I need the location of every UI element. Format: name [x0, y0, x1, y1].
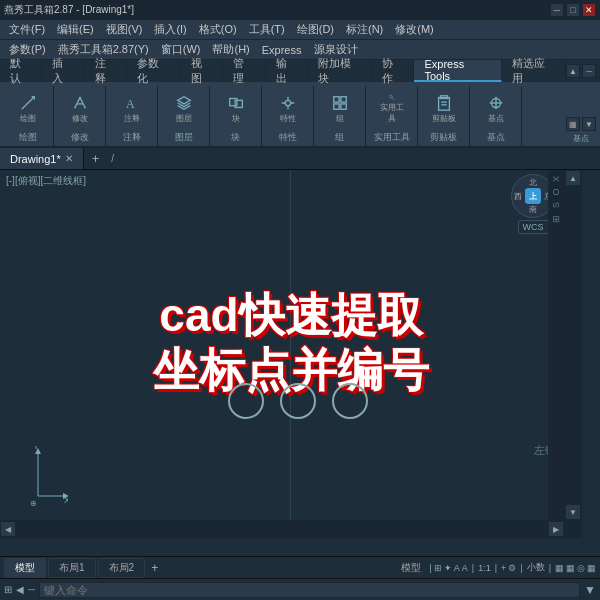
tab-insert[interactable]: 插入	[42, 60, 84, 82]
clipboard-icons: 剪贴板	[429, 86, 459, 131]
ribbon: 默认 插入 注释 参数化 视图 管理 输出 附加模块 协作 Express To…	[0, 60, 600, 148]
menu-draw[interactable]: 绘图(D)	[292, 21, 339, 38]
wcs-label: WCS	[518, 220, 549, 234]
status-lock-icon: ▦	[566, 563, 575, 573]
tab-manage[interactable]: 管理	[223, 60, 265, 82]
menu-view[interactable]: 视图(V)	[101, 21, 148, 38]
view-icon[interactable]: ▦	[566, 117, 580, 131]
circles-group	[228, 383, 368, 419]
group-button[interactable]: 组	[325, 94, 355, 124]
menu-edit[interactable]: 编辑(E)	[52, 21, 99, 38]
menu-dim[interactable]: 标注(N)	[341, 21, 388, 38]
status-icons: ⊞ ✦ A A	[434, 563, 468, 573]
tab-annotate[interactable]: 注释	[85, 60, 127, 82]
svg-text:A: A	[125, 96, 134, 110]
model-tab[interactable]: 模型	[4, 558, 46, 578]
menu-modify[interactable]: 修改(M)	[390, 21, 439, 38]
tab-add-button[interactable]: +	[84, 148, 108, 169]
ribbon-group-layers: 图层 图层	[160, 86, 210, 146]
right-strip: ⊞ S O X	[548, 170, 564, 520]
status-divider-4: |	[518, 563, 524, 573]
ribbon-group-modify: 修改 修改	[56, 86, 106, 146]
status-model-label[interactable]: 模型	[395, 561, 427, 575]
ribbon-collapse-btn[interactable]: ▲	[566, 64, 580, 78]
tab-featured[interactable]: 精选应用	[502, 60, 566, 82]
main-canvas-area[interactable]: [-][俯视][二维线框] cad快速提取 坐标点并编号 左键	[0, 170, 600, 556]
status-icon-4: A	[462, 563, 468, 573]
tab-view[interactable]: 视图	[181, 60, 223, 82]
basepoint-icons: 基点	[481, 86, 511, 131]
tab-params[interactable]: 参数化	[127, 60, 180, 82]
axis-svg: Y X ⊕	[28, 446, 68, 506]
tab-addons[interactable]: 附加模块	[308, 60, 372, 82]
scroll-corner	[564, 520, 582, 538]
svg-line-0	[21, 96, 34, 109]
tab-close-icon[interactable]: ✕	[65, 153, 73, 164]
utilities-button[interactable]: 实用工具	[377, 94, 407, 124]
tab-drawing1[interactable]: Drawing1* ✕	[0, 148, 84, 169]
view-chevron[interactable]: ▼	[582, 117, 596, 131]
utilities-group-label: 实用工具	[374, 131, 410, 146]
scrollbar-h[interactable]: ◀ ▶	[0, 520, 564, 538]
status-decimals: 小数	[527, 561, 545, 574]
circle-2	[280, 383, 316, 419]
scroll-right-btn[interactable]: ▶	[548, 521, 564, 537]
menu-express[interactable]: Express	[257, 43, 307, 57]
menu-tools[interactable]: 工具(T)	[244, 21, 290, 38]
block-icons: 块	[221, 86, 251, 131]
close-button[interactable]: ✕	[582, 3, 596, 17]
main-wrapper: [-][俯视][二维线框] cad快速提取 坐标点并编号 左键	[0, 170, 600, 556]
menu-insert[interactable]: 插入(I)	[149, 21, 191, 38]
layers-icons: 图层	[169, 86, 199, 131]
scroll-up-btn[interactable]: ▲	[565, 170, 581, 186]
tab-collab[interactable]: 协作	[372, 60, 414, 82]
svg-text:Y: Y	[33, 446, 39, 451]
layout2-tab[interactable]: 布局2	[98, 558, 146, 578]
draw-button[interactable]: 绘图	[13, 94, 43, 124]
layout1-tab[interactable]: 布局1	[48, 558, 96, 578]
status-scale: 1:1	[478, 563, 491, 573]
modify-button[interactable]: 修改	[65, 94, 95, 124]
properties-button[interactable]: 特性	[273, 94, 303, 124]
status-settings-icon: ▦	[587, 563, 596, 573]
title-controls: ─ □ ✕	[550, 3, 596, 17]
status-divider-1: |	[429, 563, 431, 573]
tab-output[interactable]: 输出	[266, 60, 308, 82]
overlay-text: cad快速提取 坐标点并编号	[153, 288, 429, 398]
basepoint-button[interactable]: 基点	[481, 94, 511, 124]
tab-default[interactable]: 默认	[0, 60, 42, 82]
block-button[interactable]: 块	[221, 94, 251, 124]
annotate-button[interactable]: A 注释	[117, 94, 147, 124]
restore-button[interactable]: □	[566, 3, 580, 17]
scrollbar-v[interactable]: ▲ ▼	[564, 170, 582, 520]
tab-express-tools[interactable]: Express Tools	[414, 60, 502, 82]
svg-rect-6	[333, 96, 338, 101]
minimize-button[interactable]: ─	[550, 3, 564, 17]
ribbon-group-annotate: A 注释 注释	[108, 86, 158, 146]
svg-line-11	[392, 97, 394, 99]
modify-icons: 修改	[65, 86, 95, 131]
ribbon-content: 绘图 绘图 修改 修改	[0, 82, 600, 146]
menu-bar-2: 参数(P) 燕秀工具箱2.87(Y) 窗口(W) 帮助(H) Express 源…	[0, 40, 600, 60]
clipboard-button[interactable]: 剪贴板	[429, 94, 459, 124]
status-grid-icon: ▦	[555, 563, 564, 573]
svg-text:⊕: ⊕	[30, 499, 37, 506]
menu-format[interactable]: 格式(O)	[194, 21, 242, 38]
menu-file[interactable]: 文件(F)	[4, 21, 50, 38]
command-input[interactable]	[39, 582, 580, 598]
annotate-group-label: 注释	[123, 131, 141, 146]
clipboard-group-label: 剪贴板	[430, 131, 457, 146]
layout-add-btn[interactable]: +	[147, 561, 162, 575]
scroll-left-btn[interactable]: ◀	[0, 521, 16, 537]
canvas[interactable]: [-][俯视][二维线框] cad快速提取 坐标点并编号 左键	[0, 170, 582, 538]
svg-rect-9	[340, 103, 345, 108]
layers-button[interactable]: 图层	[169, 94, 199, 124]
cmd-dash: ─	[28, 584, 35, 595]
status-divider-5: |	[547, 563, 553, 573]
status-layers-icon: ◎	[577, 563, 585, 573]
crosshair-v	[290, 170, 291, 520]
compass-center[interactable]: 上	[525, 188, 541, 204]
scroll-down-btn[interactable]: ▼	[565, 504, 581, 520]
ribbon-pin-btn[interactable]: ─	[582, 64, 596, 78]
cmd-arrow-left: ◀	[16, 584, 24, 595]
